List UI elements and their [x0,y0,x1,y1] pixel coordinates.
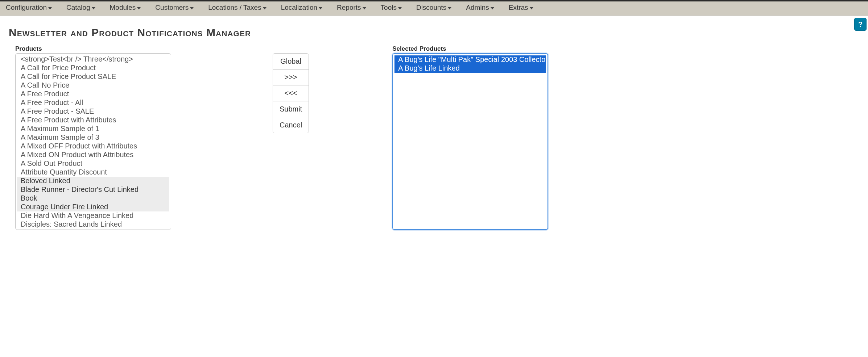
global-button[interactable]: Global [273,54,309,70]
product-option[interactable]: A Free Product - All [17,98,169,107]
menu-item-label: Admins [466,4,489,12]
menu-item-tools[interactable]: Tools [381,4,402,12]
transfer-buttons-column: Global >>> <<< Submit Cancel [273,45,309,133]
menu-item-catalog[interactable]: Catalog [66,4,95,12]
product-option[interactable]: Blade Runner - Director's Cut Linked [17,185,169,194]
product-option[interactable]: A Free Product with Attributes [17,116,169,125]
menu-item-label: Discounts [416,4,446,12]
product-option[interactable]: A Mixed OFF Product with Attributes [17,142,169,151]
product-option[interactable]: A Free Product - SALE [17,107,169,116]
page-body: ? Newsletter and Product Notifications M… [0,16,868,239]
product-option[interactable]: A Call for Price Product [17,64,169,72]
chevron-down-icon [530,7,533,9]
product-option[interactable]: A Mixed ON Product with Attributes [17,151,169,159]
chevron-down-icon [398,7,402,9]
selected-products-listbox[interactable]: A Bug's Life "Multi Pak" Special 2003 Co… [392,53,548,230]
products-listbox[interactable]: <strong>Test<br /> Three</strong>A Call … [15,53,171,230]
product-option[interactable]: Beloved Linked [17,177,169,185]
menu-item-label: Customers [155,4,189,12]
selected-products-column: Selected Products A Bug's Life "Multi Pa… [392,45,548,230]
product-option[interactable]: Attribute Quantity Discount [17,168,169,177]
chevron-down-icon [48,7,52,9]
menu-item-label: Locations / Taxes [208,4,261,12]
product-option[interactable]: A Free Product [17,90,169,98]
menu-item-configuration[interactable]: Configuration [6,4,52,12]
product-option[interactable]: <strong>Test<br /> Three</strong> [17,55,169,64]
products-heading: Products [15,45,171,52]
chevron-down-icon [491,7,494,9]
menu-item-label: Tools [381,4,397,12]
chevron-down-icon [190,7,194,9]
product-option[interactable]: A Call No Price [17,81,169,90]
menu-item-customers[interactable]: Customers [155,4,194,12]
chevron-down-icon [363,7,366,9]
chevron-down-icon [92,7,95,9]
product-option[interactable]: Courage Under Fire Linked [17,203,169,211]
menu-item-localization[interactable]: Localization [281,4,322,12]
menu-item-label: Reports [337,4,361,12]
menu-item-modules[interactable]: Modules [110,4,141,12]
product-option[interactable]: A Sold Out Product [17,159,169,168]
remove-button[interactable]: <<< [273,85,309,101]
product-option[interactable]: A Call for Price Product SALE [17,72,169,81]
chevron-down-icon [263,7,266,9]
selected-products-heading: Selected Products [392,45,548,52]
help-button[interactable]: ? [854,18,867,31]
transfer-button-stack: Global >>> <<< Submit Cancel [273,53,309,133]
menu-item-label: Catalog [66,4,90,12]
menu-item-label: Configuration [6,4,47,12]
menu-item-admins[interactable]: Admins [466,4,494,12]
chevron-down-icon [319,7,322,9]
product-option[interactable]: A Maximum Sample of 1 [17,125,169,133]
product-option[interactable]: Book [17,194,169,203]
menu-item-label: Extras [509,4,528,12]
selected-product-option[interactable]: A Bug's Life "Multi Pak" Special 2003 Co… [394,55,546,64]
chevron-down-icon [137,7,141,9]
cancel-button[interactable]: Cancel [273,117,309,133]
product-option[interactable]: Die Hard With A Vengeance Linked [17,211,169,220]
chevron-down-icon [448,7,451,9]
menu-item-label: Localization [281,4,317,12]
selected-product-option[interactable]: A Bug's Life Linked [394,64,546,73]
product-option[interactable]: A Maximum Sample of 3 [17,133,169,142]
menu-item-locations-taxes[interactable]: Locations / Taxes [208,4,266,12]
submit-button[interactable]: Submit [273,101,309,117]
dual-list-layout: Products <strong>Test<br /> Three</stron… [9,45,859,230]
menu-item-extras[interactable]: Extras [509,4,533,12]
product-option[interactable]: Disciples: Sacred Lands Linked [17,220,169,229]
menu-item-label: Modules [110,4,136,12]
page-title: Newsletter and Product Notifications Man… [9,26,859,39]
menu-item-discounts[interactable]: Discounts [416,4,451,12]
menu-item-reports[interactable]: Reports [337,4,366,12]
main-menubar: ConfigurationCatalogModulesCustomersLoca… [0,1,868,16]
products-column: Products <strong>Test<br /> Three</stron… [15,45,171,230]
add-button[interactable]: >>> [273,70,309,85]
